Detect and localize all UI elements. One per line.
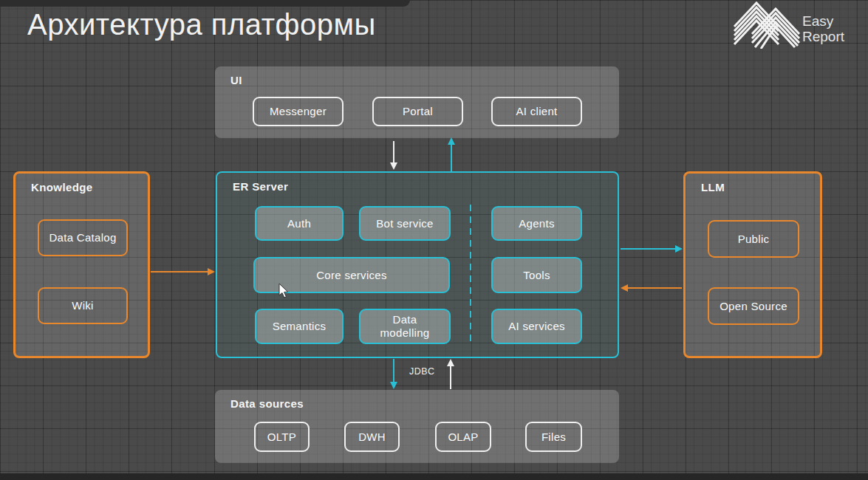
data-sources-panel: Data sources OLTP DWH OLAP Files [215, 390, 619, 463]
data-modelling-label: Data modelling [372, 313, 438, 340]
logo-text-line1: Easy [802, 13, 834, 29]
ai-services-label: AI services [508, 320, 565, 333]
public-label: Public [738, 233, 770, 246]
bottom-bar [0, 473, 868, 480]
oltp-box[interactable]: OLTP [254, 422, 310, 452]
olap-label: OLAP [448, 431, 478, 444]
tools-label: Tools [523, 269, 550, 282]
open-source-label: Open Source [720, 300, 787, 313]
ui-panel: UI Messenger Portal AI client [215, 66, 619, 138]
llm-panel: LLM Public Open Source [683, 171, 822, 358]
dwh-box[interactable]: DWH [344, 422, 400, 452]
dashed-divider [468, 205, 473, 345]
messenger-box[interactable]: Messenger [253, 97, 344, 126]
arrow-ui-to-er-icon [389, 141, 398, 171]
agents-label: Agents [519, 217, 555, 230]
public-box[interactable]: Public [708, 220, 799, 258]
arrow-er-to-datasources-icon [389, 359, 398, 390]
ui-panel-label: UI [230, 74, 242, 86]
wiki-label: Wiki [72, 299, 94, 312]
page-title: Архитектура платформы [27, 8, 376, 41]
auth-box[interactable]: Auth [255, 206, 344, 241]
arrow-llm-to-er-icon [620, 284, 683, 292]
data-catalog-box[interactable]: Data Catalog [38, 219, 128, 256]
tools-box[interactable]: Tools [491, 257, 582, 293]
files-label: Files [541, 431, 566, 444]
top-toolbar-strip [0, 0, 410, 7]
portal-label: Portal [403, 105, 433, 118]
ai-client-box[interactable]: AI client [491, 97, 582, 126]
llm-panel-label: LLM [701, 181, 725, 193]
data-catalog-label: Data Catalog [49, 231, 116, 244]
agents-box[interactable]: Agents [491, 206, 582, 241]
arrow-er-to-ui-icon [447, 137, 456, 172]
core-services-label: Core services [316, 269, 387, 282]
open-source-box[interactable]: Open Source [708, 287, 799, 325]
data-sources-panel-label: Data sources [230, 397, 304, 410]
semantics-label: Semantics [273, 320, 327, 333]
chevron-logo-icon: Easy Report [731, 0, 853, 49]
oltp-label: OLTP [267, 431, 296, 444]
portal-box[interactable]: Portal [372, 97, 463, 126]
dwh-label: DWH [358, 431, 386, 444]
bot-service-box[interactable]: Bot service [359, 206, 451, 241]
olap-box[interactable]: OLAP [435, 422, 491, 452]
arrow-knowledge-to-er-icon [151, 267, 216, 276]
auth-label: Auth [287, 217, 311, 230]
ai-services-box[interactable]: AI services [491, 309, 582, 344]
knowledge-panel-label: Knowledge [31, 181, 93, 193]
logo-text-line2: Report [802, 29, 845, 44]
jdbc-label: JDBC [409, 366, 435, 377]
wiki-box[interactable]: Wiki [38, 287, 128, 324]
arrow-er-to-llm-icon [621, 244, 683, 253]
er-server-panel-label: ER Server [233, 180, 288, 193]
files-box[interactable]: Files [525, 422, 582, 452]
er-server-panel: ER Server Auth Bot service Agents Core s… [216, 171, 619, 358]
data-modelling-box[interactable]: Data modelling [359, 309, 451, 344]
slide-canvas: Архитектура платформы Easy Report UI Mes… [0, 0, 868, 480]
messenger-label: Messenger [270, 105, 327, 118]
knowledge-panel: Knowledge Data Catalog Wiki [13, 171, 150, 358]
arrow-datasources-to-er-icon [446, 359, 455, 390]
semantics-box[interactable]: Semantics [255, 309, 344, 344]
easy-report-logo: Easy Report [731, 0, 853, 49]
bot-service-label: Bot service [376, 217, 434, 230]
ai-client-label: AI client [516, 105, 557, 118]
mouse-cursor [278, 283, 290, 299]
